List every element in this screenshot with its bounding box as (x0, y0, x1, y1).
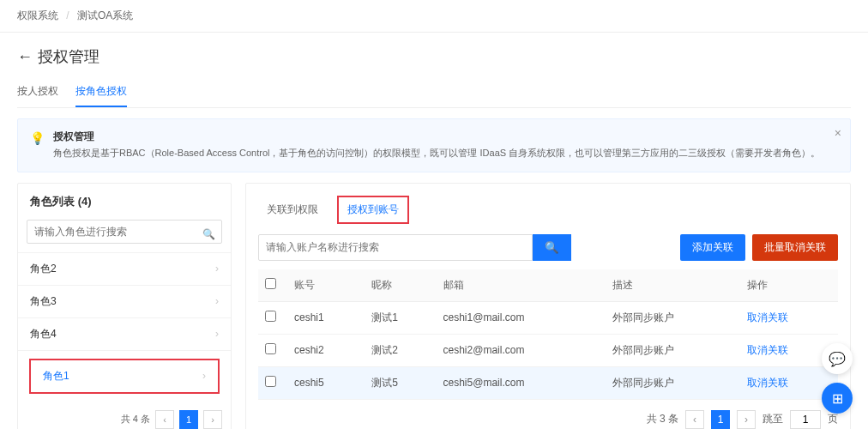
table-row: ceshi5 测试5 ceshi5@mail.com 外部同步账户 取消关联 (258, 366, 838, 399)
role-search-input[interactable] (27, 220, 222, 244)
tab-link-permission[interactable]: 关联到权限 (258, 197, 327, 222)
account-search-input[interactable] (258, 234, 533, 261)
pager-page-1[interactable]: 1 (711, 410, 730, 429)
page-title: ← 授权管理 (17, 46, 851, 67)
cell-desc: 外部同步账户 (606, 334, 740, 366)
cell-nick: 测试2 (365, 334, 436, 366)
col-email: 邮箱 (437, 269, 606, 302)
cancel-link[interactable]: 取消关联 (747, 344, 788, 356)
batch-cancel-button[interactable]: 批量取消关联 (752, 234, 838, 261)
table-row: ceshi2 测试2 ceshi2@mail.com 外部同步账户 取消关联 (258, 334, 838, 366)
jump-label: 跳至 (763, 412, 783, 426)
cancel-link[interactable]: 取消关联 (747, 311, 788, 323)
cell-nick: 测试1 (365, 301, 436, 334)
account-table: 账号 昵称 邮箱 描述 操作 ceshi1 测试1 ceshi1@mail.co… (258, 269, 838, 400)
account-search-button[interactable]: 🔍 (533, 234, 571, 261)
breadcrumb-item-1[interactable]: 权限系统 (17, 9, 58, 21)
back-arrow-icon[interactable]: ← (17, 48, 33, 66)
col-nickname: 昵称 (365, 269, 436, 302)
role-list-title: 角色列表 (4) (18, 184, 231, 220)
account-pager: 共 3 条 ‹ 1 › 跳至 页 (258, 400, 838, 429)
col-desc: 描述 (606, 269, 740, 302)
pager-next[interactable]: › (203, 410, 222, 429)
breadcrumb: 权限系统 / 测试OA系统 (0, 0, 868, 33)
chevron-right-icon: › (215, 263, 219, 275)
tab-by-person[interactable]: 按人授权 (17, 77, 58, 107)
feedback-icon[interactable]: 💬 (822, 343, 853, 374)
info-banner: 💡 授权管理 角色授权是基于RBAC（Role-Based Access Con… (17, 118, 851, 172)
role-pager: 共 4 条 ‹ 1 › (18, 402, 231, 429)
chevron-right-icon: › (202, 370, 218, 382)
tab-by-role[interactable]: 按角色授权 (75, 77, 127, 107)
role-item-label: 角色1 (31, 360, 81, 392)
row-checkbox[interactable] (265, 376, 276, 387)
role-list-panel: 角色列表 (4) 🔍 角色2 › 角色3 › 角色4 › 角色1 › 共 4 条… (17, 183, 232, 429)
breadcrumb-item-2[interactable]: 测试OA系统 (77, 9, 133, 21)
tab-auth-account[interactable]: 授权到账号 (337, 196, 409, 224)
pager-page-1[interactable]: 1 (179, 410, 198, 429)
chevron-right-icon: › (215, 328, 219, 340)
lightbulb-icon: 💡 (30, 131, 45, 145)
col-op: 操作 (740, 269, 838, 302)
cell-email: ceshi1@mail.com (437, 301, 606, 334)
role-item[interactable]: 角色2 › (18, 252, 231, 285)
close-icon[interactable]: × (835, 126, 841, 140)
cell-nick: 测试5 (365, 366, 436, 399)
info-title: 授权管理 (53, 130, 820, 144)
search-icon: 🔍 (545, 241, 559, 254)
select-all-checkbox[interactable] (265, 278, 276, 289)
cell-desc: 外部同步账户 (606, 301, 740, 334)
cell-desc: 外部同步账户 (606, 366, 740, 399)
cell-account: ceshi2 (287, 334, 365, 366)
pager-prev[interactable]: ‹ (155, 410, 174, 429)
role-item-selected[interactable]: 角色1 › (18, 350, 231, 402)
apps-icon[interactable]: ⊞ (822, 383, 853, 414)
row-checkbox[interactable] (265, 343, 276, 354)
role-item[interactable]: 角色4 › (18, 317, 231, 350)
account-panel: 关联到权限 授权到账号 🔍 添加关联 批量取消关联 账号 昵称 邮箱 描述 (245, 183, 851, 429)
cell-email: ceshi2@mail.com (437, 334, 606, 366)
chevron-right-icon: › (215, 295, 219, 307)
role-item-label: 角色3 (30, 294, 57, 309)
account-total: 共 3 条 (647, 412, 678, 426)
role-item-label: 角色4 (30, 327, 57, 341)
row-checkbox[interactable] (265, 311, 276, 322)
role-total: 共 4 条 (121, 413, 150, 426)
col-account: 账号 (287, 269, 365, 302)
jump-input[interactable] (790, 410, 821, 429)
pager-next[interactable]: › (737, 410, 756, 429)
cell-account: ceshi1 (287, 301, 365, 334)
table-row: ceshi1 测试1 ceshi1@mail.com 外部同步账户 取消关联 (258, 301, 838, 334)
page-title-text: 授权管理 (38, 46, 99, 67)
add-link-button[interactable]: 添加关联 (680, 234, 745, 261)
pager-prev[interactable]: ‹ (685, 410, 704, 429)
info-body: 角色授权是基于RBAC（Role-Based Access Control，基于… (53, 146, 820, 161)
cell-email: ceshi5@mail.com (437, 366, 606, 399)
cell-account: ceshi5 (287, 366, 365, 399)
cancel-link[interactable]: 取消关联 (747, 377, 788, 389)
role-item[interactable]: 角色3 › (18, 285, 231, 317)
page-suffix: 页 (828, 412, 838, 426)
role-item-label: 角色2 (30, 262, 57, 276)
